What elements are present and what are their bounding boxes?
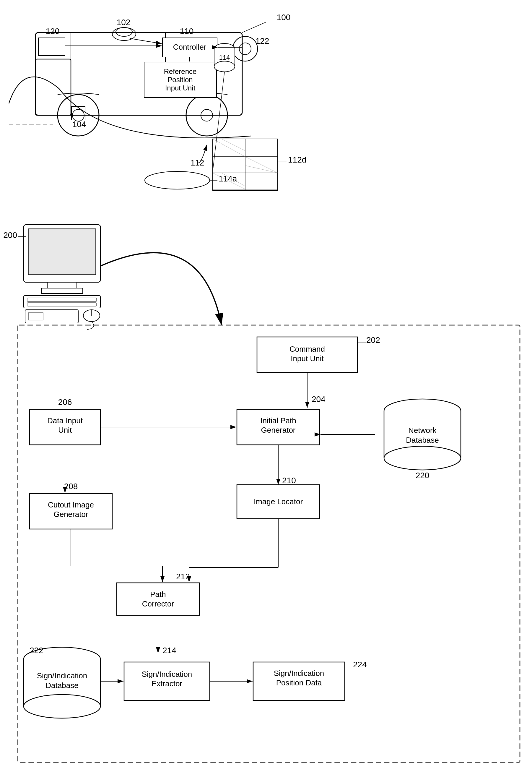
ref-206-label: 206 — [58, 398, 72, 407]
svg-rect-3 — [35, 59, 71, 115]
ref-100: 100 — [277, 13, 291, 22]
dashed-system-border — [18, 325, 520, 763]
svg-line-22 — [242, 22, 266, 32]
svg-point-14 — [233, 36, 258, 61]
pc-line1: Path — [150, 590, 166, 599]
ref-222-label: 222 — [29, 646, 43, 655]
pc-line2: Corrector — [142, 599, 174, 608]
svg-point-15 — [239, 43, 251, 55]
ref-pos-line1: Reference — [164, 68, 197, 75]
ref-224-label: 224 — [353, 660, 367, 669]
svg-rect-11 — [72, 106, 85, 120]
svg-rect-2 — [35, 32, 242, 115]
vehicle-illustration — [9, 27, 258, 138]
mouse — [83, 310, 100, 322]
cyl-ndb-body-bg — [384, 411, 461, 458]
system-unit — [25, 310, 78, 323]
arrow-102-to-controller — [130, 38, 162, 44]
mouse-cord — [87, 322, 94, 330]
sid-line1: Sign/Indication — [37, 671, 88, 680]
cig-line2: Generator — [53, 510, 88, 519]
cyl-ndb-bottom — [384, 446, 461, 470]
ref-200-label: 200 — [3, 231, 17, 240]
sipd-line2: Position Data — [276, 678, 322, 687]
screen — [28, 229, 96, 274]
ref-212-label: 212 — [176, 572, 190, 581]
arrow-112-to-112d — [197, 145, 207, 163]
sie-line2: Extractor — [151, 679, 182, 688]
ref-114-label: 114 — [219, 54, 230, 61]
ref-102-label: 102 — [117, 18, 131, 27]
ref-110-label: 110 — [180, 27, 194, 36]
svg-line-31 — [213, 173, 245, 189]
box-sign-ext — [124, 662, 210, 700]
box-120 — [38, 38, 65, 56]
ref-pos-line2: Position — [167, 76, 192, 84]
cyl-sid-top — [24, 647, 101, 671]
svg-point-7 — [73, 109, 84, 121]
ref-204-label: 204 — [312, 395, 325, 404]
keyboard — [24, 296, 101, 308]
svg-line-28 — [222, 139, 245, 151]
ref-114a-label: 114a — [219, 174, 237, 183]
svg-point-21 — [214, 61, 235, 72]
ref-120-label: 120 — [46, 27, 60, 36]
image-locator-label: Image Locator — [254, 497, 303, 506]
monitor-stand-top — [47, 282, 77, 288]
line-114-to-114a — [213, 72, 225, 172]
svg-point-13 — [116, 27, 132, 36]
box-data-input — [29, 409, 101, 445]
ndb-line2: Database — [406, 436, 439, 445]
svg-point-8 — [186, 95, 228, 136]
ref-202-label: 202 — [366, 335, 380, 345]
ipg-line1: Initial Path — [260, 416, 296, 425]
svg-point-9 — [201, 109, 213, 121]
cig-line1: Cutout Image — [48, 501, 94, 509]
svg-rect-35 — [27, 298, 97, 302]
controller-label: Controller — [173, 42, 207, 51]
ref-104-label: 104 — [73, 120, 86, 129]
box-cutout-image-gen — [29, 493, 112, 529]
command-input-line2: Input Unit — [291, 354, 324, 363]
monitor-base — [41, 288, 83, 294]
drive-bay — [28, 313, 43, 320]
cyl-sid-bottom — [24, 694, 101, 718]
ref-pos-line3: Input Unit — [165, 84, 195, 92]
data-input-line1: Data Input — [47, 416, 83, 425]
box-sipd — [253, 662, 345, 700]
big-arrow — [101, 253, 222, 325]
box-command-input — [257, 337, 358, 372]
svg-line-30 — [245, 165, 278, 173]
svg-rect-18 — [214, 49, 235, 67]
ref-112d-label: 112d — [288, 155, 306, 164]
ref-208-label: 208 — [64, 482, 78, 491]
ref-220-label: 220 — [416, 471, 429, 480]
svg-point-6 — [57, 95, 99, 136]
command-input-line1: Command — [289, 345, 325, 353]
device-114a — [145, 172, 210, 189]
svg-point-12 — [112, 27, 136, 40]
ndb-line1: Network — [408, 426, 436, 435]
ref-210-label: 210 — [282, 476, 296, 485]
box-controller-vehicle — [162, 38, 217, 57]
svg-line-27 — [213, 139, 245, 157]
sie-line1: Sign/Indication — [142, 670, 192, 679]
sipd-line1: Sign/Indication — [274, 669, 324, 678]
box-path-corrector — [117, 583, 200, 615]
monitor — [24, 225, 101, 282]
svg-line-32 — [222, 173, 245, 186]
svg-line-29 — [245, 157, 278, 173]
ipg-line2: Generator — [261, 426, 295, 434]
box-image-locator — [237, 485, 319, 519]
svg-rect-36 — [27, 303, 97, 306]
sid-line2: Database — [45, 681, 78, 690]
box-initial-path-gen — [237, 409, 319, 445]
cyl-ndb-top — [384, 399, 461, 423]
ref-214-label: 214 — [162, 646, 176, 655]
panel-112d — [213, 139, 278, 191]
box-ref-pos-vehicle — [144, 62, 217, 98]
cyl-sid-body-bg — [24, 659, 101, 706]
svg-point-17 — [214, 43, 235, 54]
ref-122-label: 122 — [256, 36, 269, 45]
ref-112-label: 112 — [190, 158, 205, 167]
